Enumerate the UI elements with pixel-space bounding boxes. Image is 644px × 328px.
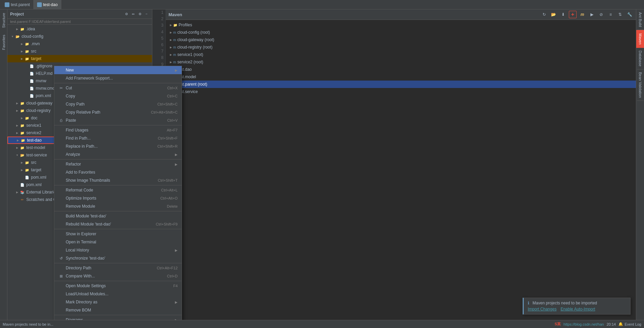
tree-item-cloud-config[interactable]: ▼ 📂 cloud-config (7, 33, 152, 40)
menu-item-find-usages[interactable]: Find Usages Alt+F7 (54, 126, 182, 134)
maven-cloud-config[interactable]: ▶ m cloud-config (root) (166, 29, 636, 36)
menu-item-compare-with[interactable]: ⊞Compare With... Ctrl+D (54, 272, 182, 280)
maven-content: Maven ↻ 📂 ⬇ + m ▶ ⊘ ≡ ⇅ 🔧 ▶ 📁 (166, 9, 636, 328)
menu-item-load-modules[interactable]: Load/Unload Modules... (54, 290, 182, 298)
panel-title: Project (10, 12, 24, 17)
tree-item-idea[interactable]: ▶ 📁 .idea (7, 25, 152, 33)
menu-item-copy-path[interactable]: Copy Path Ctrl+Shift+C (54, 100, 182, 108)
maven-skip-btn[interactable]: ⊘ (597, 11, 605, 18)
status-right: S英 https://blog.csdn.net/han 20:14 🔔 Eve… (555, 322, 641, 327)
structure-tab[interactable]: Structure (0, 9, 7, 31)
import-changes-link[interactable]: Import Changes (528, 307, 556, 311)
menu-item-local-history[interactable]: Local History ▶ (54, 246, 182, 254)
separator-7 (54, 263, 182, 263)
tab-icon-2 (37, 2, 42, 7)
menu-item-mark-directory[interactable]: Mark Directory as ▶ (54, 298, 182, 306)
maven-tab-right[interactable]: Maven (636, 30, 644, 48)
maven-download-btn[interactable]: ⬇ (559, 11, 567, 18)
bean-validation-tab[interactable]: Bean Validation (637, 69, 644, 101)
maven-test-model[interactable]: ▶ m test.model (166, 73, 636, 81)
menu-item-directory-path[interactable]: Directory Path Ctrl+Alt+F12 (54, 264, 182, 272)
panel-header: Project ⚙ ⇔ ⚙ − (7, 9, 152, 19)
menu-item-synchronize[interactable]: ↺Synchronize 'test-dao' (54, 254, 182, 262)
expand-btn[interactable]: ⇔ (130, 11, 136, 17)
maven-service2[interactable]: ▶ m service2 (root) (166, 58, 636, 66)
menu-item-paste[interactable]: ⎙Paste Ctrl+V (54, 116, 182, 124)
time-display: 20:14 (607, 322, 616, 326)
status-bar: Maven projects need to be in... S英 https… (0, 320, 644, 328)
maven-test-parent[interactable]: ▶ m test.parent (root) (166, 81, 636, 88)
menu-item-add-favorites[interactable]: Add to Favorites (54, 168, 182, 176)
gear-btn[interactable]: ⚙ (137, 11, 143, 17)
tab-bar: test.parent test-dao (0, 0, 644, 9)
maven-tree[interactable]: ▶ 📁 Profiles ▶ m cloud-config (root) ▶ m… (166, 20, 636, 328)
separator-5 (54, 211, 182, 211)
maven-run-btn[interactable]: ▶ (588, 11, 595, 18)
enable-autoimport-link[interactable]: Enable Auto-Import (560, 307, 595, 311)
editor-area: 12345 678910 111213 Maven ↻ 📂 ⬇ + m ▶ ⊘ … (152, 9, 636, 328)
maven-test-dao[interactable]: ▶ m test.dao (166, 66, 636, 73)
menu-item-add-framework[interactable]: Add Framework Support... (54, 74, 182, 82)
maven-cloud-gateway[interactable]: ▶ m cloud-gateway (root) (166, 36, 636, 43)
notification-text: ℹ Maven projects need to be imported (528, 301, 626, 305)
separator-3 (54, 159, 182, 159)
menu-item-open-terminal[interactable]: Open in Terminal (54, 238, 182, 246)
tab-icon (5, 2, 9, 7)
right-tabs: Ant Build Maven Database Bean Validation (636, 9, 644, 328)
favorites-tab[interactable]: Favorites (0, 31, 7, 53)
maven-filter-btn[interactable]: ⇅ (616, 11, 624, 18)
menu-item-rebuild-module[interactable]: Rebuild Module 'test-dao' Ctrl+Shift+F9 (54, 220, 182, 228)
maven-test-service[interactable]: ▶ m test.service (166, 88, 636, 95)
notification-links: Import Changes Enable Auto-Import (528, 307, 626, 311)
tree-item-mvn[interactable]: ▶ 📁 .mvn (7, 40, 152, 48)
separator-2 (54, 125, 182, 125)
menu-item-find-path[interactable]: Find in Path... Ctrl+Shift+F (54, 134, 182, 142)
menu-item-refactor[interactable]: Refactor ▶ (54, 160, 182, 168)
maven-cloud-registry[interactable]: ▶ m cloud-registry (root) (166, 43, 636, 51)
separator-4 (54, 185, 182, 185)
menu-item-build-module[interactable]: Build Module 'test-dao' (54, 212, 182, 220)
main-layout: Structure Favorites Project ⚙ ⇔ ⚙ − test… (0, 9, 644, 328)
ant-build-tab[interactable]: Ant Build (637, 9, 644, 30)
maven-profiles[interactable]: ▶ 📁 Profiles (166, 21, 636, 29)
separator-1 (54, 83, 182, 83)
menu-item-copy[interactable]: Copy Ctrl+C (54, 92, 182, 100)
menu-item-replace-path[interactable]: Replace in Path... Ctrl+Shift+R (54, 142, 182, 150)
maven-service1[interactable]: ▶ m service1 (root) (166, 51, 636, 58)
maven-title: Maven (168, 12, 182, 17)
context-menu: New ▶ Add Framework Support... ✂Cut Ctrl… (54, 66, 182, 328)
event-log-btn[interactable]: 🔔 Event Log (618, 322, 641, 326)
maven-list-btn[interactable]: ≡ (607, 11, 614, 18)
menu-item-remove-module[interactable]: Remove Module Delete (54, 202, 182, 210)
event-log-icon: 🔔 (618, 322, 623, 326)
separator-6 (54, 229, 182, 229)
menu-item-show-explorer[interactable]: Show in Explorer (54, 230, 182, 238)
database-tab[interactable]: Database (637, 48, 644, 69)
menu-item-reformat[interactable]: Reformat Code Ctrl+Alt+L (54, 186, 182, 194)
maven-toolbar: Maven ↻ 📂 ⬇ + m ▶ ⊘ ≡ ⇅ 🔧 (166, 9, 636, 20)
tree-item-src[interactable]: ▶ 📁 src (7, 48, 152, 55)
menu-item-cut[interactable]: ✂Cut Ctrl+X (54, 84, 182, 92)
maven-settings-btn[interactable]: 🔧 (626, 11, 633, 18)
tree-item-target[interactable]: ▶ 📁 target (7, 55, 152, 62)
settings-btn[interactable]: ⚙ (124, 11, 129, 17)
maven-refresh-btn[interactable]: ↻ (541, 11, 548, 18)
maven-plus-btn[interactable]: + (569, 11, 577, 18)
menu-item-remove-bom[interactable]: Remove BOM (54, 306, 182, 314)
notification-popup: ℹ Maven projects need to be imported Imp… (523, 298, 631, 315)
status-message: Maven projects need to be in... (3, 322, 53, 326)
maven-add-btn2[interactable]: 📂 (550, 11, 557, 18)
menu-item-analyze[interactable]: Analyze ▶ (54, 150, 182, 158)
menu-item-optimize[interactable]: Optimize Imports Ctrl+Alt+O (54, 194, 182, 202)
menu-item-show-thumbnails[interactable]: Show Image Thumbnails Ctrl+Shift+T (54, 176, 182, 184)
separator-8 (54, 281, 182, 281)
tab-test-parent[interactable]: test.parent (1, 0, 34, 9)
menu-item-new[interactable]: New ▶ (54, 66, 182, 74)
info-icon: ℹ (528, 301, 529, 305)
tab-test-dao[interactable]: test-dao (34, 0, 61, 9)
menu-item-copy-relative[interactable]: Copy Relative Path Ctrl+Alt+Shift+C (54, 108, 182, 116)
minimize-btn[interactable]: − (144, 11, 149, 17)
menu-item-module-settings[interactable]: Open Module Settings F4 (54, 282, 182, 290)
left-tabs-panel: Structure Favorites (0, 9, 7, 328)
maven-m-btn[interactable]: m (579, 11, 586, 18)
